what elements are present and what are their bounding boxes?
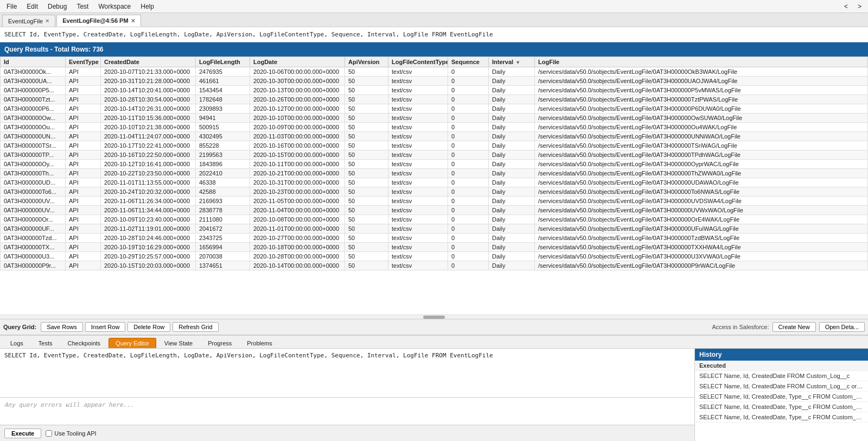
bottom-tabs: Logs Tests Checkpoints Query Editor View…	[0, 336, 868, 349]
menu-workspace[interactable]: Workspace	[94, 2, 135, 11]
tab-progress[interactable]: Progress	[201, 338, 239, 348]
history-item-3[interactable]: SELECT Name, Id, CreatedDate, Type__c FR…	[695, 402, 868, 412]
tooling-api-checkbox[interactable]	[46, 430, 52, 437]
tab-problems[interactable]: Problems	[240, 338, 279, 348]
history-item-4[interactable]: SELECT Name, Id, CreatedDate, Type__c FR…	[695, 412, 868, 423]
tab-view-state[interactable]: View State	[157, 338, 200, 348]
table-row[interactable]: 0AT3H000000TP...API2020-10-16T10:22:50.0…	[1, 150, 868, 160]
col-header-interval[interactable]: Interval▼	[489, 57, 535, 67]
cell-apiversion: 50	[345, 197, 388, 206]
table-row[interactable]: 0AT3H000000To6...API2020-10-24T10:20:32.…	[1, 187, 868, 197]
cell-createddate: 2020-10-07T10:21:33.000+0000	[101, 67, 196, 77]
tab-tests[interactable]: Tests	[31, 338, 60, 348]
col-header-eventtype[interactable]: EventType	[66, 57, 101, 67]
tab-close-1[interactable]: ✕	[45, 18, 49, 24]
cell-createddate: 2020-10-28T10:24:46.000+0000	[101, 234, 196, 243]
col-header-id[interactable]: Id	[1, 57, 66, 67]
cell-logfilecontenttype: text/csv	[388, 243, 448, 252]
cell-logfilelength: 1543454	[196, 86, 250, 95]
query-editor-content: Any query errors will appear here... Exe…	[0, 349, 868, 441]
query-textarea[interactable]	[0, 349, 694, 398]
col-header-logfilecontenttype[interactable]: LogFileContentType	[388, 57, 448, 67]
col-header-createddate[interactable]: CreatedDate	[101, 57, 196, 67]
cell-interval: Daily	[489, 224, 535, 234]
history-item-0[interactable]: SELECT Name, Id, CreatedDate FROM Custom…	[695, 371, 868, 381]
execute-button[interactable]: Execute	[4, 429, 41, 438]
table-row[interactable]: 0AT3H000000Th...API2020-10-22T10:23:50.0…	[1, 169, 868, 178]
sql-bar: SELECT Id, EventType, CreatedDate, LogFi…	[0, 27, 868, 42]
cell-eventtype: API	[66, 114, 101, 123]
data-grid-container[interactable]: Id EventType CreatedDate LogFileLength L…	[0, 56, 868, 314]
error-area: Any query errors will appear here...	[0, 398, 694, 425]
create-new-button[interactable]: Create New	[773, 322, 816, 332]
table-row[interactable]: 0AT3H000000P9r...API2020-10-15T10:20:03.…	[1, 261, 868, 270]
table-row[interactable]: 0AT3H000000UD...API2020-11-01T11:13:55.0…	[1, 178, 868, 187]
menu-test[interactable]: Test	[72, 2, 93, 11]
cell-logfile: /services/data/v50.0/sobjects/EventLogFi…	[535, 86, 868, 95]
tab-close-2[interactable]: ✕	[131, 18, 135, 24]
table-row[interactable]: 0AT3H000000P5...API2020-10-14T10:20:41.0…	[1, 86, 868, 95]
cell-logdate: 2020-10-13T00:00:00.000+0000	[250, 86, 345, 95]
cell-createddate: 2020-10-12T10:16:41.000+0000	[101, 160, 196, 169]
table-row[interactable]: 0AT3H000000U3...API2020-10-29T10:25:57.0…	[1, 252, 868, 261]
tab-eventlogfile[interactable]: EventLogFile ✕	[2, 15, 55, 27]
col-header-apiversion[interactable]: ApiVersion	[345, 57, 388, 67]
cell-logfilecontenttype: text/csv	[388, 104, 448, 114]
history-item-1[interactable]: SELECT Name, Id, CreatedDate FROM Custom…	[695, 381, 868, 392]
cell-logfilelength: 1374651	[196, 261, 250, 270]
tab-query-editor[interactable]: Query Editor	[108, 338, 156, 348]
cell-logfilelength: 2070038	[196, 252, 250, 261]
cell-eventtype: API	[66, 178, 101, 187]
cell-interval: Daily	[489, 215, 535, 224]
cell-sequence: 0	[448, 86, 489, 95]
table-row[interactable]: 0AT3H000000Ow...API2020-10-11T10:15:36.0…	[1, 114, 868, 123]
cell-eventtype: API	[66, 86, 101, 95]
table-row[interactable]: 0AT3H000000TSr...API2020-10-17T10:22:41.…	[1, 141, 868, 150]
cell-id: 0AT3H000000Tzd...	[1, 234, 66, 243]
cell-logdate: 2020-10-06T00:00:00.000+0000	[250, 67, 345, 77]
cell-sequence: 0	[448, 132, 489, 141]
cell-apiversion: 50	[345, 132, 388, 141]
cell-id: 0AT3H000000P5...	[1, 86, 66, 95]
cell-id: 0AT3H00000UA...	[1, 77, 66, 86]
open-detail-button[interactable]: Open Deta...	[819, 322, 865, 332]
col-header-logfilelength[interactable]: LogFileLength	[196, 57, 250, 67]
col-header-sequence[interactable]: Sequence	[448, 57, 489, 67]
table-row[interactable]: 0AT3H000000P6...API2020-10-14T10:26:31.0…	[1, 104, 868, 114]
table-row[interactable]: 0AT3H000000UN...API2020-11-04T11:24:07.0…	[1, 132, 868, 141]
menu-edit[interactable]: Edit	[22, 2, 42, 11]
cell-eventtype: API	[66, 141, 101, 150]
table-row[interactable]: 0AT3H000000Tzd...API2020-10-28T10:24:46.…	[1, 234, 868, 243]
refresh-grid-button[interactable]: Refresh Grid	[173, 322, 218, 332]
table-row[interactable]: 0AT3H00000UA...API2020-10-31T10:21:28.00…	[1, 77, 868, 86]
col-header-logdate[interactable]: LogDate	[250, 57, 345, 67]
cell-apiversion: 50	[345, 114, 388, 123]
table-row[interactable]: 0AT3H000000UV...API2020-11-06T11:26:34.0…	[1, 197, 868, 206]
scroll-indicator[interactable]	[0, 314, 868, 319]
insert-row-button[interactable]: Insert Row	[85, 322, 126, 332]
tab-logs[interactable]: Logs	[3, 338, 30, 348]
nav-next[interactable]: >	[853, 2, 866, 11]
table-row[interactable]: 0AT3H000000UV...API2020-11-06T11:34:44.0…	[1, 206, 868, 215]
menu-file[interactable]: File	[2, 2, 21, 11]
table-row[interactable]: 0AT3H00000Ok...API2020-10-07T10:21:33.00…	[1, 67, 868, 77]
cell-logfilelength: 2022410	[196, 169, 250, 178]
table-row[interactable]: 0AT3H000000Tzt...API2020-10-28T10:30:54.…	[1, 95, 868, 104]
delete-row-button[interactable]: Delete Row	[127, 322, 170, 332]
cell-logfilecontenttype: text/csv	[388, 224, 448, 234]
cell-logdate: 2020-11-03T00:00:00.000+0000	[250, 132, 345, 141]
nav-prev[interactable]: <	[840, 2, 852, 11]
tab-eventlogfile-time[interactable]: EventLogFile@4:56 PM ✕	[56, 15, 141, 27]
save-rows-button[interactable]: Save Rows	[41, 322, 83, 332]
table-row[interactable]: 0AT3H000000UF...API2020-11-02T11:19:01.0…	[1, 224, 868, 234]
table-row[interactable]: 0AT3H000000Or...API2020-10-09T10:23:40.0…	[1, 215, 868, 224]
main-content: Query Results - Total Rows: 736 Id Event…	[0, 42, 868, 441]
menu-help[interactable]: Help	[136, 2, 158, 11]
history-item-2[interactable]: SELECT Name, Id, CreatedDate, Type__c FR…	[695, 392, 868, 402]
table-row[interactable]: 0AT3H000000Oy...API2020-10-12T10:16:41.0…	[1, 160, 868, 169]
menu-debug[interactable]: Debug	[43, 2, 71, 11]
table-row[interactable]: 0AT3H000000TX...API2020-10-19T10:16:29.0…	[1, 243, 868, 252]
tab-checkpoints[interactable]: Checkpoints	[61, 338, 108, 348]
table-row[interactable]: 0AT3H000000Ou...API2020-10-10T10:21:38.0…	[1, 123, 868, 132]
col-header-logfile[interactable]: LogFile	[535, 57, 868, 67]
